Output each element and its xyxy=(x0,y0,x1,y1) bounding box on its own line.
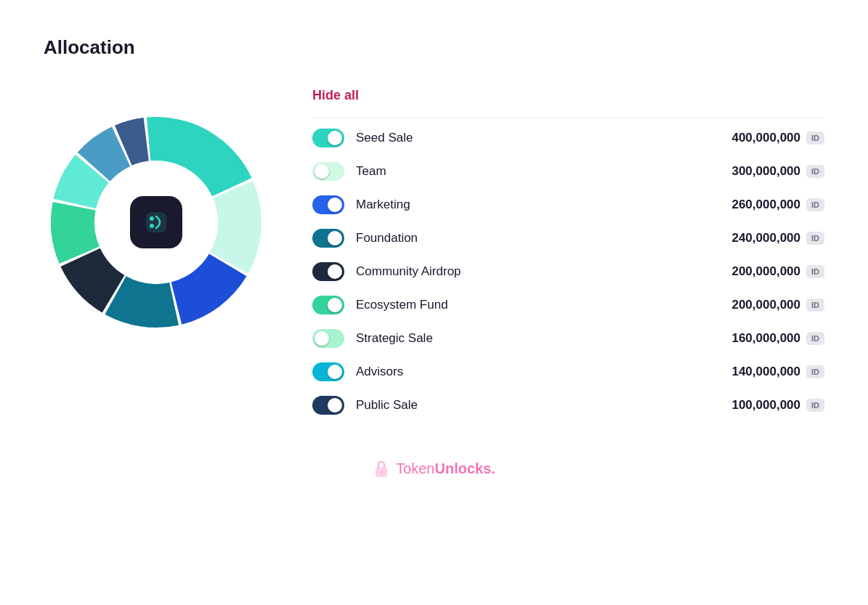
allocation-value-wrap: 140,000,000ID xyxy=(684,365,824,379)
allocation-value-wrap: 200,000,000ID xyxy=(684,264,824,279)
token-icon-svg xyxy=(140,206,172,238)
toggle-marketing[interactable] xyxy=(312,195,344,214)
brand-logo: TokenUnlocks. xyxy=(373,458,495,479)
allocation-value: 140,000,000 xyxy=(684,365,800,379)
svg-point-4 xyxy=(150,224,154,228)
allocation-value: 200,000,000 xyxy=(684,298,800,312)
brand-token: TokenUnlocks. xyxy=(396,460,495,477)
allocation-name: Team xyxy=(356,164,673,179)
divider xyxy=(312,118,824,118)
toggle-public-sale[interactable] xyxy=(312,396,344,415)
allocation-name: Ecosystem Fund xyxy=(356,298,673,312)
allocation-value-wrap: 240,000,000ID xyxy=(684,231,824,245)
list-item: Advisors140,000,000ID xyxy=(312,355,824,389)
list-item: Seed Sale400,000,000ID xyxy=(312,121,824,155)
svg-point-6 xyxy=(380,471,383,474)
allocation-value-wrap: 400,000,000ID xyxy=(684,131,824,145)
allocation-value-wrap: 260,000,000ID xyxy=(684,198,824,212)
allocation-name: Community Airdrop xyxy=(356,264,673,279)
allocation-value: 300,000,000 xyxy=(684,164,800,179)
id-badge: ID xyxy=(806,332,824,345)
allocation-value: 100,000,000 xyxy=(684,398,800,413)
allocation-name: Foundation xyxy=(356,231,673,245)
list-item: Public Sale100,000,000ID xyxy=(312,389,824,422)
page-container: Allocation xyxy=(0,0,868,532)
id-badge: ID xyxy=(806,232,824,245)
allocation-value: 240,000,000 xyxy=(684,231,800,245)
allocation-name: Strategic Sale xyxy=(356,331,673,346)
allocation-value-wrap: 200,000,000ID xyxy=(684,298,824,312)
svg-rect-2 xyxy=(146,212,166,232)
footer: TokenUnlocks. xyxy=(44,458,824,496)
allocation-name: Marketing xyxy=(356,198,673,212)
page-title: Allocation xyxy=(44,36,824,59)
main-content: Hide all Seed Sale400,000,000IDTeam300,0… xyxy=(44,88,824,422)
allocation-value: 260,000,000 xyxy=(684,198,800,212)
allocation-name: Advisors xyxy=(356,365,673,379)
list-item: Community Airdrop200,000,000ID xyxy=(312,255,824,288)
toggle-community-airdrop[interactable] xyxy=(312,262,344,281)
id-badge: ID xyxy=(806,265,824,278)
toggle-strategic-sale[interactable] xyxy=(312,329,344,348)
donut-chart xyxy=(44,110,269,335)
id-badge: ID xyxy=(806,399,824,412)
id-badge: ID xyxy=(806,299,824,312)
list-item: Foundation240,000,000ID xyxy=(312,222,824,255)
allocation-value-wrap: 100,000,000ID xyxy=(684,398,824,413)
toggle-seed-sale[interactable] xyxy=(312,129,344,147)
toggle-ecosystem-fund[interactable] xyxy=(312,296,344,314)
allocation-value-wrap: 160,000,000ID xyxy=(684,331,824,346)
allocation-name: Seed Sale xyxy=(356,131,673,145)
id-badge: ID xyxy=(806,131,824,145)
allocation-list: Seed Sale400,000,000IDTeam300,000,000IDM… xyxy=(312,121,824,422)
id-badge: ID xyxy=(806,198,824,211)
chart-center xyxy=(116,182,196,262)
list-item: Strategic Sale160,000,000ID xyxy=(312,322,824,355)
token-icon xyxy=(130,196,182,248)
id-badge: ID xyxy=(806,365,824,378)
toggle-team[interactable] xyxy=(312,162,344,181)
toggle-foundation[interactable] xyxy=(312,229,344,248)
allocation-value: 160,000,000 xyxy=(684,331,800,346)
allocation-value: 400,000,000 xyxy=(684,131,800,145)
list-item: Team300,000,000ID xyxy=(312,155,824,188)
list-item: Marketing260,000,000ID xyxy=(312,188,824,222)
allocation-value-wrap: 300,000,000ID xyxy=(684,164,824,179)
svg-point-3 xyxy=(150,216,154,221)
hide-all-button[interactable]: Hide all xyxy=(312,88,359,103)
allocation-name: Public Sale xyxy=(356,398,673,413)
toggle-advisors[interactable] xyxy=(312,362,344,381)
allocation-value: 200,000,000 xyxy=(684,264,800,279)
id-badge: ID xyxy=(806,165,824,178)
list-item: Ecosystem Fund200,000,000ID xyxy=(312,288,824,322)
lock-icon xyxy=(373,458,390,479)
allocation-panel: Hide all Seed Sale400,000,000IDTeam300,0… xyxy=(312,88,824,422)
